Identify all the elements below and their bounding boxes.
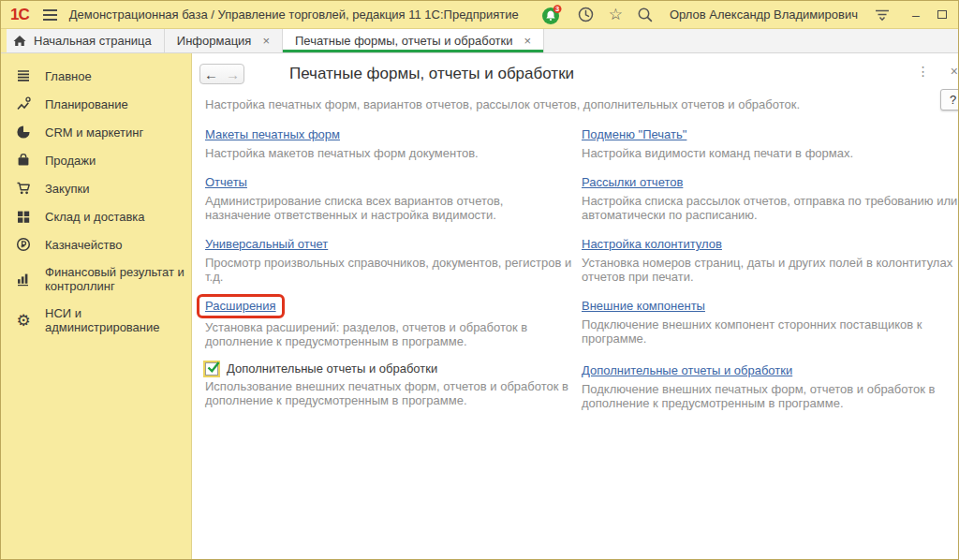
link-additional-reports[interactable]: Дополнительные отчеты и обработки <box>582 363 792 377</box>
forward-arrow-icon: → <box>226 67 240 81</box>
bar-chart-icon <box>15 272 32 287</box>
tab-label: Печатные формы, отчеты и обработки <box>295 34 513 48</box>
current-user-name[interactable]: Орлов Александр Владимирович <box>670 7 858 22</box>
sidebar-item-crm-marketing[interactable]: CRM и маркетинг <box>1 118 191 146</box>
grid-boxes-icon <box>15 209 32 224</box>
history-clock-icon[interactable] <box>577 6 595 23</box>
sidebar-item-label: Планирование <box>45 97 185 111</box>
group-description: Настройка макетов печатных форм документ… <box>205 146 572 160</box>
bag-icon <box>15 153 32 168</box>
link-reports[interactable]: Отчеты <box>205 175 247 189</box>
tab-home[interactable]: Начальная страница <box>1 29 165 52</box>
1c-logo-icon: 1С <box>10 7 31 22</box>
sidebar-item-label: Финансовый результат и контроллинг <box>45 265 185 293</box>
app-window: 1С Демонстрационная база / Управление то… <box>0 0 959 560</box>
group-description: Настройка видимости команд печати в форм… <box>582 146 959 160</box>
topbar-actions: 3 ☆ Орлов Александр Владимирович – × <box>541 5 959 25</box>
page-title: Печатные формы, отчеты и обработки <box>289 65 574 83</box>
link-header-footer-settings[interactable]: Настройка колонтитулов <box>582 237 722 251</box>
sidebar-item-label: Главное <box>45 69 185 83</box>
shopping-cart-icon <box>15 181 32 196</box>
tab-print-forms-reports[interactable]: Печатные формы, отчеты и обработки × <box>283 29 544 52</box>
main-menu-hamburger-icon[interactable] <box>42 8 58 22</box>
body-row: Главное Планирование CRM и маркетинг Про… <box>1 53 958 559</box>
back-arrow-icon[interactable]: ← <box>204 67 218 81</box>
sections-sidebar: Главное Планирование CRM и маркетинг Про… <box>1 53 192 559</box>
content-header: ← → Печатные формы, отчеты и обработки ⋮… <box>199 63 959 85</box>
link-print-form-templates[interactable]: Макеты печатных форм <box>205 127 340 141</box>
close-tab-icon[interactable]: × <box>524 34 532 48</box>
link-extensions[interactable]: Расширения <box>205 299 276 313</box>
group-header-footer-settings: Настройка колонтитулов Установка номеров… <box>582 235 959 284</box>
additional-reports-checkbox-row[interactable]: Дополнительные отчеты и обработки <box>205 361 572 376</box>
sidebar-item-planning[interactable]: Планирование <box>1 90 191 118</box>
sidebar-item-label: Склад и доставка <box>45 210 185 224</box>
more-options-icon[interactable]: ⋮ <box>917 65 930 78</box>
group-extensions: Расширения Установка расширений: раздело… <box>205 297 572 348</box>
group-report-mailings: Рассылки отчетов Настройка списка рассыл… <box>582 173 959 222</box>
feature-groups-grid: Макеты печатных форм Настройка макетов п… <box>205 125 959 410</box>
sidebar-item-warehouse[interactable]: Склад и доставка <box>1 202 191 230</box>
link-print-submenu[interactable]: Подменю "Печать" <box>582 127 686 141</box>
home-icon <box>13 35 26 47</box>
sidebar-item-main[interactable]: Главное <box>1 62 191 90</box>
sidebar-item-treasury[interactable]: Казначейство <box>1 230 191 258</box>
sidebar-item-purchases[interactable]: Закупки <box>1 174 191 202</box>
group-description: Использование внешних печатных форм, отч… <box>205 379 572 407</box>
group-reports: Отчеты Администрирование списка всех вар… <box>205 173 572 222</box>
group-description: Установка расширений: разделов, отчетов … <box>205 320 572 348</box>
sidebar-item-sales[interactable]: Продажи <box>1 146 191 174</box>
group-description: Подключение внешних компонент сторонних … <box>582 317 959 346</box>
red-highlight-box: Расширения <box>197 294 285 318</box>
sidebar-item-label: Казначейство <box>45 238 185 252</box>
group-print-form-templates: Макеты печатных форм Настройка макетов п… <box>205 125 572 160</box>
sidebar-item-financial-result[interactable]: Финансовый результат и контроллинг <box>1 258 191 300</box>
maximize-button[interactable] <box>937 10 947 19</box>
group-description: Подключение внешних печатных форм, отчет… <box>582 382 959 410</box>
tab-bar: Начальная страница Информация × Печатные… <box>1 29 958 53</box>
group-universal-report: Универсальный отчет Просмотр произвольны… <box>205 235 572 284</box>
content-area: ← → Печатные формы, отчеты и обработки ⋮… <box>192 53 959 559</box>
notifications-bell-icon[interactable]: 3 <box>541 5 563 25</box>
group-description: Просмотр произвольных справочников, доку… <box>205 256 572 284</box>
top-bar: 1С Демонстрационная база / Управление то… <box>1 1 958 29</box>
close-tab-icon[interactable]: × <box>262 34 270 48</box>
window-title: Демонстрационная база / Управление торго… <box>69 7 519 22</box>
menu-lines-icon <box>15 68 32 83</box>
pie-chart-icon <box>15 125 32 140</box>
nav-history-group: ← → <box>199 64 244 84</box>
sidebar-item-nsi-administration[interactable]: ⚙ НСИ и администрирование <box>1 300 191 341</box>
route-chart-icon <box>15 96 32 111</box>
notification-badge: 3 <box>555 5 559 13</box>
sidebar-item-label: CRM и маркетинг <box>45 125 185 140</box>
group-description: Установка номеров страниц, даты и других… <box>582 256 959 284</box>
window-controls: – × <box>912 8 959 22</box>
sidebar-item-label: Продажи <box>45 154 185 168</box>
checkbox-label: Дополнительные отчеты и обработки <box>227 361 437 376</box>
search-icon[interactable] <box>637 7 654 23</box>
tab-label: Информация <box>177 34 252 48</box>
header-controls: ⋮ × <box>917 65 958 78</box>
group-description: Настройка списка рассылок отчетов, отпра… <box>582 194 959 222</box>
link-universal-report[interactable]: Универсальный отчет <box>205 237 328 251</box>
ruble-circle-icon <box>15 237 32 252</box>
close-form-icon[interactable]: × <box>951 65 958 78</box>
group-additional-reports-checkbox: Дополнительные отчеты и обработки Исполь… <box>205 361 572 410</box>
help-button[interactable]: ? <box>940 89 959 111</box>
group-additional-reports-link: Дополнительные отчеты и обработки Подклю… <box>582 361 959 410</box>
gear-icon: ⚙ <box>15 313 32 329</box>
page-subtitle: Настройка печатных форм, вариантов отчет… <box>205 97 959 111</box>
group-description: Администрирование списка всех вариантов … <box>205 194 572 222</box>
link-report-mailings[interactable]: Рассылки отчетов <box>582 175 683 189</box>
minimize-button[interactable]: – <box>912 8 920 22</box>
group-print-submenu: Подменю "Печать" Настройка видимости ком… <box>582 125 959 160</box>
favorites-star-icon[interactable]: ☆ <box>609 7 623 22</box>
sidebar-item-label: НСИ и администрирование <box>45 306 185 334</box>
sidebar-item-label: Закупки <box>45 182 185 196</box>
link-external-components[interactable]: Внешние компоненты <box>582 299 705 313</box>
tab-label: Начальная страница <box>34 34 152 48</box>
tab-information[interactable]: Информация × <box>165 29 283 52</box>
service-menu-icon[interactable] <box>874 7 891 22</box>
checkbox-checked-icon[interactable] <box>205 362 218 376</box>
group-external-components: Внешние компоненты Подключение внешних к… <box>582 297 959 348</box>
